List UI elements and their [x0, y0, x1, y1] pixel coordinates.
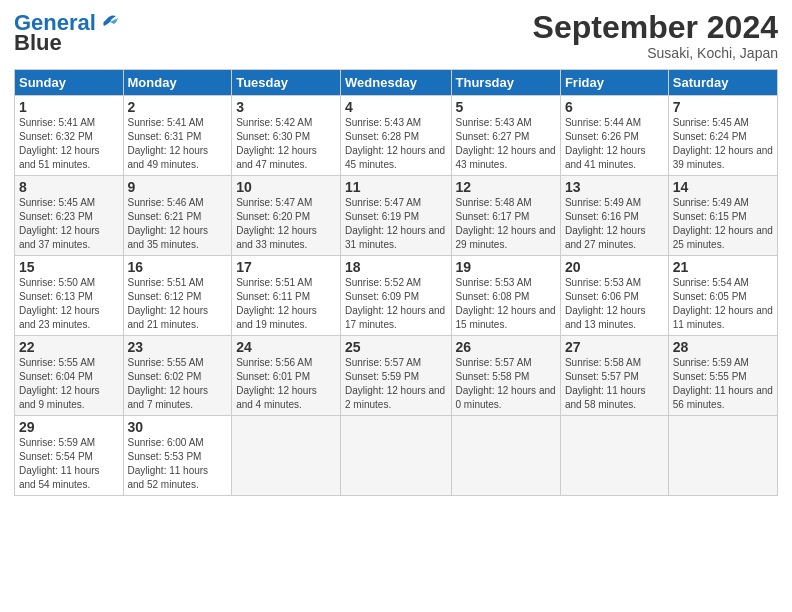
- table-row: 30Sunrise: 6:00 AM Sunset: 5:53 PM Dayli…: [123, 416, 232, 496]
- table-row: 20Sunrise: 5:53 AM Sunset: 6:06 PM Dayli…: [560, 256, 668, 336]
- table-row: 12Sunrise: 5:48 AM Sunset: 6:17 PM Dayli…: [451, 176, 560, 256]
- weekday-header-tuesday: Tuesday: [232, 70, 341, 96]
- day-number: 4: [345, 99, 446, 115]
- weekday-header-saturday: Saturday: [668, 70, 777, 96]
- table-row: 21Sunrise: 5:54 AM Sunset: 6:05 PM Dayli…: [668, 256, 777, 336]
- day-number: 23: [128, 339, 228, 355]
- day-info: Sunrise: 5:51 AM Sunset: 6:11 PM Dayligh…: [236, 276, 336, 332]
- weekday-header-thursday: Thursday: [451, 70, 560, 96]
- day-info: Sunrise: 5:55 AM Sunset: 6:02 PM Dayligh…: [128, 356, 228, 412]
- table-row: [560, 416, 668, 496]
- day-info: Sunrise: 5:48 AM Sunset: 6:17 PM Dayligh…: [456, 196, 556, 252]
- day-info: Sunrise: 5:41 AM Sunset: 6:32 PM Dayligh…: [19, 116, 119, 172]
- day-number: 6: [565, 99, 664, 115]
- day-info: Sunrise: 5:47 AM Sunset: 6:19 PM Dayligh…: [345, 196, 446, 252]
- day-info: Sunrise: 5:47 AM Sunset: 6:20 PM Dayligh…: [236, 196, 336, 252]
- day-number: 15: [19, 259, 119, 275]
- day-number: 9: [128, 179, 228, 195]
- table-row: [341, 416, 451, 496]
- table-row: 29Sunrise: 5:59 AM Sunset: 5:54 PM Dayli…: [15, 416, 124, 496]
- day-info: Sunrise: 5:45 AM Sunset: 6:23 PM Dayligh…: [19, 196, 119, 252]
- day-info: Sunrise: 5:58 AM Sunset: 5:57 PM Dayligh…: [565, 356, 664, 412]
- table-row: 14Sunrise: 5:49 AM Sunset: 6:15 PM Dayli…: [668, 176, 777, 256]
- day-number: 2: [128, 99, 228, 115]
- day-info: Sunrise: 5:49 AM Sunset: 6:15 PM Dayligh…: [673, 196, 773, 252]
- day-number: 24: [236, 339, 336, 355]
- table-row: [668, 416, 777, 496]
- day-number: 19: [456, 259, 556, 275]
- day-number: 5: [456, 99, 556, 115]
- table-row: [451, 416, 560, 496]
- table-row: 16Sunrise: 5:51 AM Sunset: 6:12 PM Dayli…: [123, 256, 232, 336]
- day-number: 8: [19, 179, 119, 195]
- day-number: 3: [236, 99, 336, 115]
- day-number: 30: [128, 419, 228, 435]
- day-number: 18: [345, 259, 446, 275]
- day-info: Sunrise: 5:51 AM Sunset: 6:12 PM Dayligh…: [128, 276, 228, 332]
- day-number: 21: [673, 259, 773, 275]
- month-title: September 2024: [533, 10, 778, 45]
- table-row: 25Sunrise: 5:57 AM Sunset: 5:59 PM Dayli…: [341, 336, 451, 416]
- table-row: 28Sunrise: 5:59 AM Sunset: 5:55 PM Dayli…: [668, 336, 777, 416]
- calendar: SundayMondayTuesdayWednesdayThursdayFrid…: [14, 69, 778, 496]
- logo: General Blue: [14, 10, 120, 56]
- day-info: Sunrise: 5:55 AM Sunset: 6:04 PM Dayligh…: [19, 356, 119, 412]
- table-row: 18Sunrise: 5:52 AM Sunset: 6:09 PM Dayli…: [341, 256, 451, 336]
- day-info: Sunrise: 5:43 AM Sunset: 6:28 PM Dayligh…: [345, 116, 446, 172]
- day-number: 26: [456, 339, 556, 355]
- table-row: 3Sunrise: 5:42 AM Sunset: 6:30 PM Daylig…: [232, 96, 341, 176]
- title-section: September 2024 Susaki, Kochi, Japan: [533, 10, 778, 61]
- day-number: 27: [565, 339, 664, 355]
- day-number: 11: [345, 179, 446, 195]
- day-number: 17: [236, 259, 336, 275]
- day-info: Sunrise: 5:41 AM Sunset: 6:31 PM Dayligh…: [128, 116, 228, 172]
- table-row: [232, 416, 341, 496]
- day-number: 14: [673, 179, 773, 195]
- day-number: 13: [565, 179, 664, 195]
- table-row: 2Sunrise: 5:41 AM Sunset: 6:31 PM Daylig…: [123, 96, 232, 176]
- day-info: Sunrise: 5:42 AM Sunset: 6:30 PM Dayligh…: [236, 116, 336, 172]
- table-row: 13Sunrise: 5:49 AM Sunset: 6:16 PM Dayli…: [560, 176, 668, 256]
- table-row: 9Sunrise: 5:46 AM Sunset: 6:21 PM Daylig…: [123, 176, 232, 256]
- day-number: 10: [236, 179, 336, 195]
- table-row: 27Sunrise: 5:58 AM Sunset: 5:57 PM Dayli…: [560, 336, 668, 416]
- day-info: Sunrise: 5:57 AM Sunset: 5:58 PM Dayligh…: [456, 356, 556, 412]
- day-info: Sunrise: 5:59 AM Sunset: 5:55 PM Dayligh…: [673, 356, 773, 412]
- weekday-header-sunday: Sunday: [15, 70, 124, 96]
- table-row: 24Sunrise: 5:56 AM Sunset: 6:01 PM Dayli…: [232, 336, 341, 416]
- table-row: 15Sunrise: 5:50 AM Sunset: 6:13 PM Dayli…: [15, 256, 124, 336]
- logo-blue: Blue: [14, 30, 62, 56]
- day-number: 20: [565, 259, 664, 275]
- table-row: 19Sunrise: 5:53 AM Sunset: 6:08 PM Dayli…: [451, 256, 560, 336]
- table-row: 8Sunrise: 5:45 AM Sunset: 6:23 PM Daylig…: [15, 176, 124, 256]
- day-number: 25: [345, 339, 446, 355]
- day-number: 29: [19, 419, 119, 435]
- table-row: 7Sunrise: 5:45 AM Sunset: 6:24 PM Daylig…: [668, 96, 777, 176]
- day-number: 28: [673, 339, 773, 355]
- table-row: 10Sunrise: 5:47 AM Sunset: 6:20 PM Dayli…: [232, 176, 341, 256]
- day-number: 22: [19, 339, 119, 355]
- header: General Blue September 2024 Susaki, Koch…: [14, 10, 778, 61]
- table-row: 22Sunrise: 5:55 AM Sunset: 6:04 PM Dayli…: [15, 336, 124, 416]
- weekday-header-friday: Friday: [560, 70, 668, 96]
- day-info: Sunrise: 5:49 AM Sunset: 6:16 PM Dayligh…: [565, 196, 664, 252]
- day-info: Sunrise: 5:56 AM Sunset: 6:01 PM Dayligh…: [236, 356, 336, 412]
- table-row: 26Sunrise: 5:57 AM Sunset: 5:58 PM Dayli…: [451, 336, 560, 416]
- weekday-header-wednesday: Wednesday: [341, 70, 451, 96]
- weekday-header-monday: Monday: [123, 70, 232, 96]
- day-number: 1: [19, 99, 119, 115]
- day-info: Sunrise: 5:45 AM Sunset: 6:24 PM Dayligh…: [673, 116, 773, 172]
- table-row: 6Sunrise: 5:44 AM Sunset: 6:26 PM Daylig…: [560, 96, 668, 176]
- day-info: Sunrise: 5:50 AM Sunset: 6:13 PM Dayligh…: [19, 276, 119, 332]
- day-info: Sunrise: 5:57 AM Sunset: 5:59 PM Dayligh…: [345, 356, 446, 412]
- day-info: Sunrise: 5:59 AM Sunset: 5:54 PM Dayligh…: [19, 436, 119, 492]
- day-number: 12: [456, 179, 556, 195]
- day-info: Sunrise: 5:46 AM Sunset: 6:21 PM Dayligh…: [128, 196, 228, 252]
- day-number: 7: [673, 99, 773, 115]
- logo-bird-icon: [98, 12, 120, 30]
- day-info: Sunrise: 5:53 AM Sunset: 6:06 PM Dayligh…: [565, 276, 664, 332]
- table-row: 23Sunrise: 5:55 AM Sunset: 6:02 PM Dayli…: [123, 336, 232, 416]
- day-info: Sunrise: 5:43 AM Sunset: 6:27 PM Dayligh…: [456, 116, 556, 172]
- day-info: Sunrise: 6:00 AM Sunset: 5:53 PM Dayligh…: [128, 436, 228, 492]
- table-row: 17Sunrise: 5:51 AM Sunset: 6:11 PM Dayli…: [232, 256, 341, 336]
